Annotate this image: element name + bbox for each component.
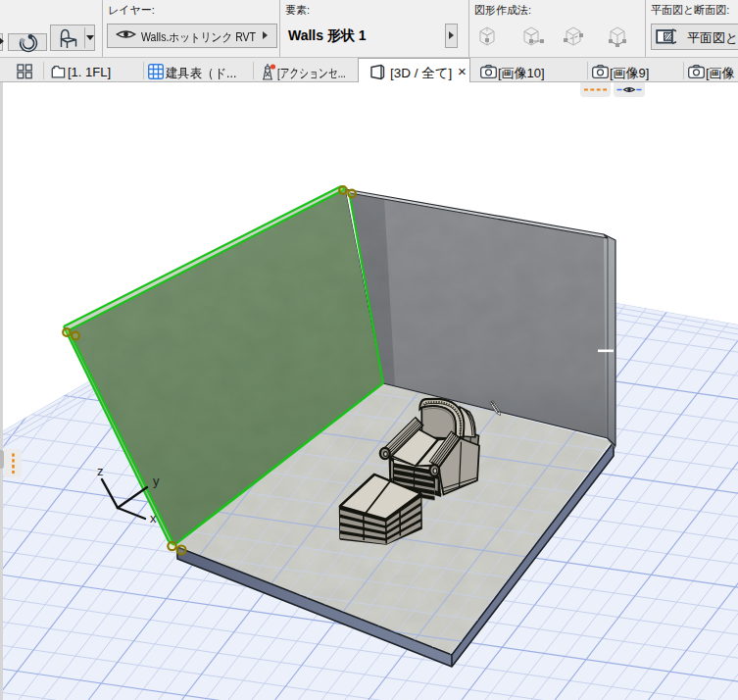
svg-text:z: z xyxy=(97,464,104,478)
svg-text:y: y xyxy=(153,474,160,488)
svg-text:x: x xyxy=(150,511,157,525)
